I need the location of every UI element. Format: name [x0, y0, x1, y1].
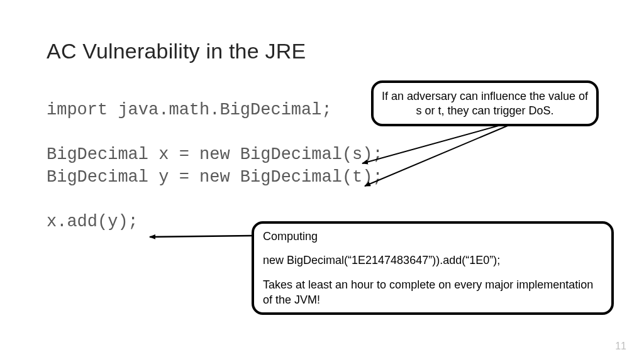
page-number: 11: [615, 341, 626, 352]
callout-line-2: new BigDecimal(“1E2147483647”)).add(“1E0…: [263, 253, 602, 268]
callout-line-1: Computing: [263, 229, 602, 244]
slide-title: AC Vulnerability in the JRE: [47, 39, 306, 63]
arrow-to-s: [362, 124, 503, 163]
code-block: import java.math.BigDecimal; BigDecimal …: [47, 99, 383, 234]
slide: AC Vulnerability in the JRE import java.…: [0, 0, 644, 362]
arrow-to-t: [365, 124, 511, 186]
arrow-to-add: [150, 236, 252, 237]
callout-computing: Computing new BigDecimal(“1E2147483647”)…: [252, 221, 614, 315]
callout-line-3: Takes at least an hour to complete on ev…: [263, 277, 602, 308]
callout-adversary: If an adversary can influence the value …: [371, 80, 599, 126]
